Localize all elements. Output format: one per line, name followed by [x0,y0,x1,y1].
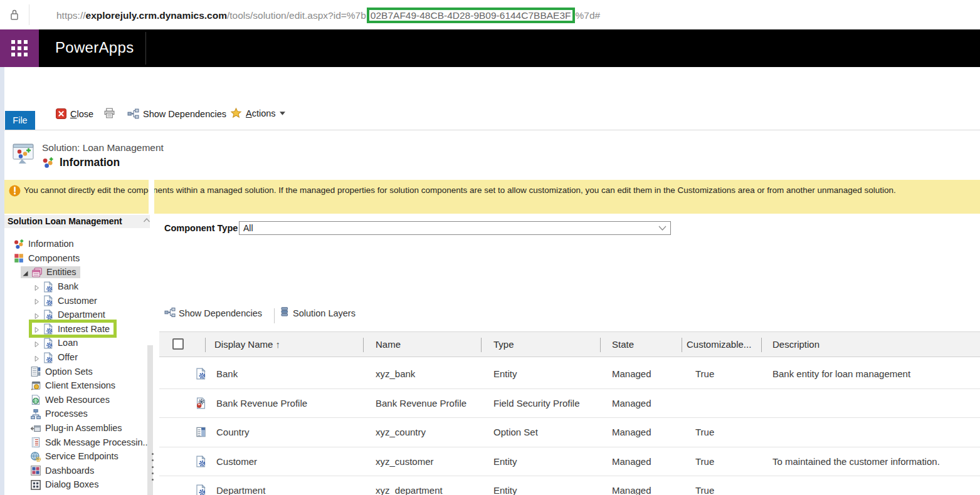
cell-state: Managed [612,456,651,467]
sidebar-item-bank[interactable]: Bank [4,279,144,294]
print-button[interactable] [103,108,115,118]
entity-icon [195,484,207,495]
cell-display-name: Bank Revenue Profile [216,398,307,409]
url-prefix: https:// [56,10,86,21]
column-header-customizable[interactable]: Customizable... [687,339,751,350]
column-header-state[interactable]: State [612,339,634,350]
url-domain: explorejuly.crm.dynamics.com [86,10,227,21]
sidebar-item-dashboards[interactable]: Dashboards [4,464,144,478]
column-header-type[interactable]: Type [493,339,514,350]
actions-label: Actions [246,108,276,118]
url-guid: 02B7AF49-48CB-4D28-9B09-6144C7BBAE3F [371,10,571,21]
file-menu-button[interactable]: File [5,111,35,130]
show-dependencies-icon [164,307,176,318]
sidebar-item-sdk-message-processin[interactable]: Sdk Message Processin... [4,435,144,449]
cell-name: xyz_department [376,485,443,495]
sidebar-item-option-sets[interactable]: Option Sets [4,364,144,378]
sidebar-item-label: Information [28,239,74,249]
divider [149,180,154,214]
cell-type: Entity [493,485,517,495]
sidebar-item-information[interactable]: Information [4,237,144,251]
sidebar-item-entities[interactable]: Entities [4,265,144,279]
scroll-up-icon[interactable] [142,216,151,225]
solution-layers-button[interactable]: Solution Layers [293,308,356,318]
url-bar: https://explorejuly.crm.dynamics.com/too… [0,0,980,29]
dialog-boxes-icon [30,479,41,490]
divider [4,130,980,130]
component-type-select[interactable]: All [239,221,671,235]
table-row[interactable]: Countryxyz_countryOption SetManagedTrue [159,418,980,447]
entity-icon [195,368,207,380]
expand-icon[interactable] [33,283,40,290]
cell-display-name: Bank [216,368,238,379]
expand-icon[interactable] [33,325,40,332]
sidebar-item-dialog-boxes[interactable]: Dialog Boxes [4,477,144,492]
app-title: PowerApps [55,39,134,56]
splitter-handle[interactable] [151,453,154,481]
processes-icon [30,409,41,419]
url-suffix: %7d# [576,10,601,21]
column-header-description[interactable]: Description [772,339,819,350]
show-dependencies-label: Show Dependencies [143,109,226,119]
table-row[interactable]: Bankxyz_bankEntityManagedTrueBank entity… [159,360,980,389]
waffle-icon [11,40,28,56]
table-row[interactable]: Customerxyz_customerEntityManagedTrueTo … [159,447,980,477]
sidebar-item-label: Offer [58,352,78,362]
table-body: Bankxyz_bankEntityManagedTrueBank entity… [159,360,980,495]
sidebar-item-label: Service Endpoints [45,451,119,461]
entity-icon [43,281,54,292]
sidebar-item-service-endpoints[interactable]: Service Endpoints [4,449,144,464]
table-row[interactable]: Departmentxyz_departmentEntityManagedTru… [159,476,980,495]
cell-customizable: True [695,456,714,467]
close-label: Close [70,109,93,119]
sidebar-item-client-extensions[interactable]: Client Extensions [4,378,144,393]
column-header-display-name[interactable]: Display Name ↑ [214,339,280,350]
cell-type: Option Set [493,427,538,437]
warning-icon [9,185,21,197]
sidebar-item-interest-rate[interactable]: Interest Rate [4,322,144,336]
sidebar-item-web-resources[interactable]: Web Resources [4,393,144,407]
sidebar-item-components[interactable]: Components [4,251,144,266]
table-header: Display Name ↑ Name Type State Customiza… [159,331,980,357]
address-input[interactable]: https://explorejuly.crm.dynamics.com/too… [56,8,600,23]
client-extensions-icon [30,380,41,391]
sidebar-item-label: Interest Rate [58,324,110,334]
sidebar-item-department[interactable]: Department [4,308,144,322]
caret-down-icon [280,112,285,115]
collapse-icon[interactable] [22,269,29,276]
sidebar-item-label: Plug-in Assemblies [45,423,122,433]
cell-display-name: Customer [216,456,257,467]
actions-menu-button[interactable]: Actions [230,108,285,118]
select-all-checkbox[interactable] [172,338,184,350]
show-dependencies-button[interactable]: Show Dependencies [179,308,262,318]
cell-display-name: Department [216,485,265,495]
cell-state: Managed [612,398,651,409]
close-button[interactable]: Close [56,108,93,119]
sidebar-item-label: Bank [58,281,78,291]
column-header-name[interactable]: Name [376,339,401,350]
cell-name: xyz_country [376,427,426,437]
component-type-label: Component Type [164,223,238,233]
sidebar-item-offer[interactable]: Offer [4,350,144,365]
table-row[interactable]: Bank Revenue ProfileBank Revenue Profile… [159,389,980,419]
cell-name: xyz_bank [376,368,415,379]
expand-icon[interactable] [33,311,40,318]
sidebar-item-customer[interactable]: Customer [4,293,144,308]
app-launcher-button[interactable] [0,29,39,67]
sidebar-item-plug-in-assemblies[interactable]: Plug-in Assemblies [4,421,144,435]
solution-layers-icon [280,306,289,317]
url-path: /tools/solution/edit.aspx?id=%7b [227,10,366,21]
service-endpoints-icon [30,451,41,462]
entity-icon [195,456,207,467]
cell-name: Bank Revenue Profile [376,398,466,409]
browser-window: https://explorejuly.crm.dynamics.com/too… [0,0,980,495]
show-dependencies-button[interactable]: Show Dependencies [127,108,226,119]
sidebar-title: Solution Loan Management [4,215,150,228]
expand-icon[interactable] [33,297,40,304]
cell-customizable: True [695,368,714,379]
sidebar-item-loan[interactable]: Loan [4,336,144,350]
expand-icon[interactable] [33,340,40,346]
expand-icon[interactable] [33,354,40,361]
close-icon [56,108,66,119]
sidebar-item-processes[interactable]: Processes [4,407,144,421]
